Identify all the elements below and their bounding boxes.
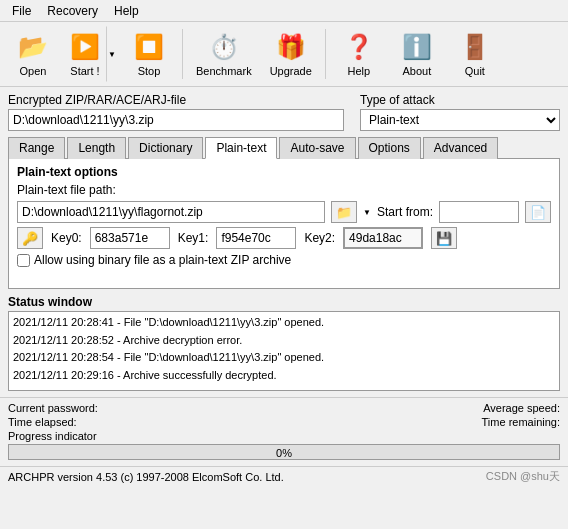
attack-type-label: Type of attack — [360, 93, 560, 107]
file-input[interactable] — [8, 109, 344, 131]
help-button[interactable]: ❓ Help — [332, 26, 386, 82]
file-attack-row: Encrypted ZIP/RAR/ACE/ARJ-file Type of a… — [8, 93, 560, 131]
key0-input[interactable] — [90, 227, 170, 249]
tab-plaintext[interactable]: Plain-text — [205, 137, 277, 159]
binary-checkbox-label: Allow using binary file as a plain-text … — [34, 253, 291, 267]
upgrade-button[interactable]: 🎁 Upgrade — [263, 26, 319, 82]
key1-input[interactable] — [216, 227, 296, 249]
tab-length[interactable]: Length — [67, 137, 126, 159]
open-button[interactable]: 📂 Open — [6, 26, 60, 82]
start-dropdown-arrow[interactable]: ▼ — [106, 26, 118, 82]
status-line: 2021/12/11 20:28:52 - Archive decryption… — [13, 332, 555, 350]
menu-file[interactable]: File — [4, 2, 39, 20]
start-button[interactable]: ▶️ Start ! — [64, 26, 106, 82]
tab-advanced[interactable]: Advanced — [423, 137, 498, 159]
file-path-input-row: 📁 ▼ Start from: 📄 — [17, 201, 551, 223]
watermark: CSDN @shu天 — [486, 469, 560, 484]
key2-label: Key2: — [304, 231, 335, 245]
menu-help[interactable]: Help — [106, 2, 147, 20]
toolbar-sep-2 — [325, 29, 326, 79]
average-speed-label: Average speed: — [483, 402, 560, 414]
about-button[interactable]: ℹ️ About — [390, 26, 444, 82]
binary-checkbox[interactable] — [17, 254, 30, 267]
plaintext-section-title: Plain-text options — [17, 165, 551, 179]
about-icon: ℹ️ — [401, 31, 433, 63]
time-elapsed-label: Time elapsed: — [8, 416, 77, 428]
status-window[interactable]: 2021/12/11 20:28:41 - File "D:\download\… — [8, 311, 560, 391]
start-button-group: ▶️ Start ! ▼ — [64, 26, 118, 82]
menubar: File Recovery Help — [0, 0, 568, 22]
quit-button[interactable]: 🚪 Quit — [448, 26, 502, 82]
open-icon: 📂 — [17, 31, 49, 63]
toolbar-sep-1 — [182, 29, 183, 79]
footer: ARCHPR version 4.53 (c) 1997-2008 ElcomS… — [0, 466, 568, 486]
menu-recovery[interactable]: Recovery — [39, 2, 106, 20]
status-line: 2021/12/11 20:28:41 - File "D:\download\… — [13, 314, 555, 332]
plaintext-file-input[interactable] — [17, 201, 325, 223]
keys-row: 🔑 Key0: Key1: Key2: 💾 — [17, 227, 551, 249]
plaintext-file-browse-button[interactable]: 📁 — [331, 201, 357, 223]
current-password-label: Current password: — [8, 402, 98, 414]
start-icon: ▶️ — [69, 31, 101, 63]
time-remaining-label: Time remaining: — [482, 416, 560, 428]
benchmark-button[interactable]: ⏱️ Benchmark — [189, 26, 259, 82]
binary-checkbox-row: Allow using binary file as a plain-text … — [17, 253, 551, 267]
status-section: Status window 2021/12/11 20:28:41 - File… — [8, 295, 560, 391]
benchmark-icon: ⏱️ — [208, 31, 240, 63]
status-line: 2021/12/11 20:28:54 - File "D:\download\… — [13, 349, 555, 367]
start-from-input[interactable] — [439, 201, 519, 223]
progress-label: Progress indicator — [8, 430, 560, 442]
tab-range[interactable]: Range — [8, 137, 65, 159]
key0-label: Key0: — [51, 231, 82, 245]
progress-bar-container: 0% — [8, 444, 560, 460]
tab-content-plaintext: Plain-text options Plain-text file path:… — [8, 159, 560, 289]
attack-type-group: Type of attack Plain-text Brute-force Di… — [360, 93, 560, 131]
stop-button[interactable]: ⏹️ Stop — [122, 26, 176, 82]
progress-text: 0% — [9, 445, 559, 461]
status-line: 2021/12/11 20:29:16 - Archive successful… — [13, 367, 555, 385]
status-window-label: Status window — [8, 295, 560, 309]
upgrade-icon: 🎁 — [275, 31, 307, 63]
tab-options[interactable]: Options — [358, 137, 421, 159]
main-content: Encrypted ZIP/RAR/ACE/ARJ-file Type of a… — [0, 87, 568, 397]
start-from-label: Start from: — [377, 205, 433, 219]
file-path-row: Plain-text file path: — [17, 183, 551, 197]
bottom-row-2: Time elapsed: Time remaining: — [8, 416, 560, 428]
version-text: ARCHPR version 4.53 (c) 1997-2008 ElcomS… — [8, 471, 284, 483]
key2-input[interactable] — [343, 227, 423, 249]
toolbar: 📂 Open ▶️ Start ! ▼ ⏹️ Stop ⏱️ Benchmark… — [0, 22, 568, 87]
tab-dictionary[interactable]: Dictionary — [128, 137, 203, 159]
file-path-label: Plain-text file path: — [17, 183, 116, 197]
keys-icon-button[interactable]: 🔑 — [17, 227, 43, 249]
key1-label: Key1: — [178, 231, 209, 245]
file-field-group: Encrypted ZIP/RAR/ACE/ARJ-file — [8, 93, 344, 131]
file-label: Encrypted ZIP/RAR/ACE/ARJ-file — [8, 93, 344, 107]
quit-icon: 🚪 — [459, 31, 491, 63]
start-from-browse-button[interactable]: 📄 — [525, 201, 551, 223]
stop-icon: ⏹️ — [133, 31, 165, 63]
tab-bar: Range Length Dictionary Plain-text Auto-… — [8, 137, 560, 159]
key-save-button[interactable]: 💾 — [431, 227, 457, 249]
tab-autosave[interactable]: Auto-save — [279, 137, 355, 159]
bottom-info: Current password: Average speed: Time el… — [0, 397, 568, 466]
bottom-row-1: Current password: Average speed: — [8, 402, 560, 414]
help-icon: ❓ — [343, 31, 375, 63]
attack-type-select[interactable]: Plain-text Brute-force Dictionary Known-… — [360, 109, 560, 131]
